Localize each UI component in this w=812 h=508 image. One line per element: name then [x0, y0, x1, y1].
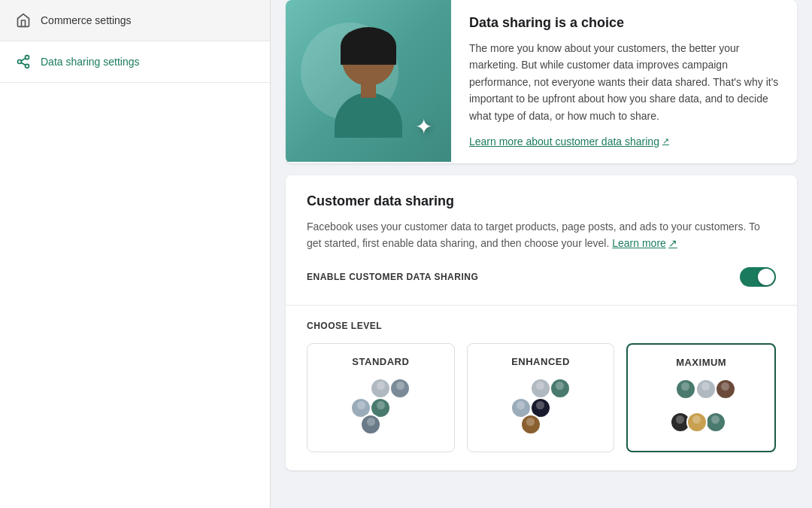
toggle-knob — [758, 269, 774, 285]
hero-title: Data sharing is a choice — [469, 15, 779, 31]
level-name-enhanced: ENHANCED — [477, 356, 605, 367]
hero-card: ✦ Data sharing is a choice The more you … — [286, 0, 797, 163]
store-icon — [15, 12, 32, 29]
level-card-standard[interactable]: STANDARD — [307, 343, 455, 452]
level-card-enhanced[interactable]: ENHANCED — [467, 343, 615, 452]
level-cards: STANDARD ENHANCED — [307, 343, 776, 452]
sidebar-item-label: Commerce settings — [41, 14, 132, 26]
main-content: ✦ Data sharing is a choice The more you … — [271, 0, 812, 508]
enable-data-sharing-toggle[interactable] — [740, 267, 776, 287]
svg-line-3 — [21, 62, 26, 65]
cursor-icon: ✦ — [415, 114, 432, 139]
choose-level-section: CHOOSE LEVEL STANDARD ENHANCED — [286, 306, 797, 470]
customer-data-sharing-section: Customer data sharing Facebook uses your… — [286, 175, 797, 306]
hero-text: Data sharing is a choice The more you kn… — [451, 0, 797, 163]
enhanced-avatar-cluster — [503, 378, 578, 438]
hero-description: The more you know about your customers, … — [469, 40, 779, 124]
level-card-maximum[interactable]: MAXIMUM — [626, 343, 776, 452]
standard-avatar-cluster — [343, 378, 418, 438]
level-section-title: CHOOSE LEVEL — [307, 321, 776, 331]
section-description: Facebook uses your customer data to targ… — [307, 218, 776, 252]
sidebar-item-data-sharing[interactable]: Data sharing settings — [0, 41, 270, 83]
toggle-label: ENABLE CUSTOMER DATA SHARING — [307, 272, 478, 282]
learn-more-link[interactable]: Learn more ↗ — [612, 235, 677, 251]
hero-illustration: ✦ — [286, 0, 451, 162]
sidebar-item-label: Data sharing settings — [41, 56, 140, 68]
external-link-icon: ↗ — [662, 136, 669, 146]
level-name-maximum: MAXIMUM — [637, 357, 765, 368]
level-name-standard: STANDARD — [317, 356, 445, 367]
settings-card: Customer data sharing Facebook uses your… — [286, 175, 797, 470]
svg-line-4 — [21, 58, 26, 60]
maximum-avatar-cluster — [664, 379, 739, 439]
section-title: Customer data sharing — [307, 193, 776, 209]
sidebar-item-commerce-settings[interactable]: Commerce settings — [0, 0, 270, 41]
data-sharing-icon — [15, 53, 32, 70]
hero-learn-more-link[interactable]: Learn more about customer data sharing ↗ — [469, 135, 669, 148]
toggle-row: ENABLE CUSTOMER DATA SHARING — [307, 267, 776, 287]
sidebar: Commerce settings Data sharing settings — [0, 0, 271, 508]
external-link-icon: ↗ — [668, 235, 677, 251]
